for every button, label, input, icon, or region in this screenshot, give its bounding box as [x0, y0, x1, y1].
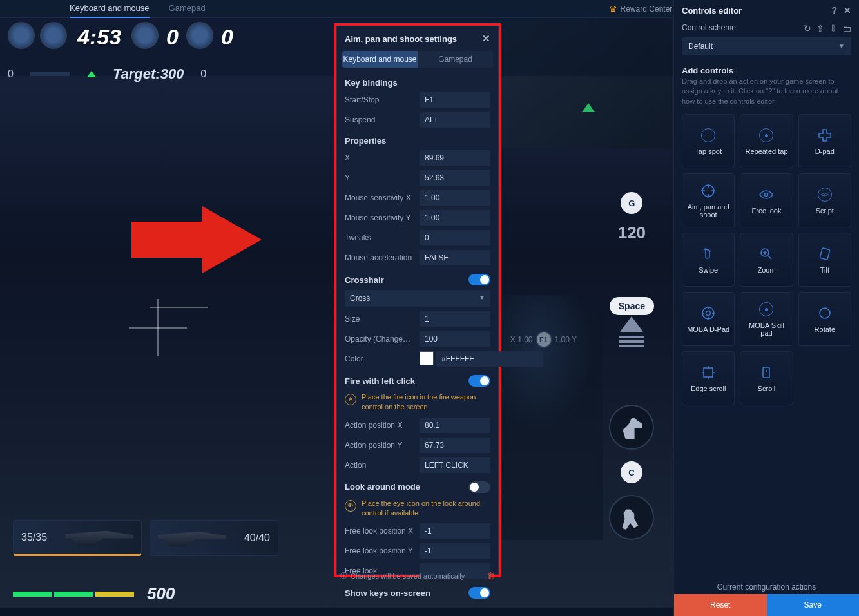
c-key-badge[interactable]: C	[621, 461, 642, 483]
settings-modal-highlight: Aim, pan and shoot settings ✕ Keyboard a…	[334, 23, 501, 577]
control-free-look[interactable]: Free look	[740, 173, 793, 227]
fire-toggle[interactable]	[468, 375, 490, 387]
crosshair-toggle[interactable]	[468, 274, 490, 285]
close-icon[interactable]: ✕	[844, 5, 851, 15]
opacity-label: Opacity (Changes ap…	[345, 334, 414, 343]
controls-editor-panel: Controls editor ? ✕ Control scheme ↻ ⇪ ⇩…	[673, 0, 859, 616]
editor-title: Controls editor	[682, 6, 742, 15]
jump-lines-icon	[619, 336, 644, 338]
mouse-accel-input[interactable]	[420, 250, 490, 265]
action-pos-x-label: Action position X	[345, 421, 414, 430]
avatar	[40, 22, 67, 49]
help-icon[interactable]: ?	[831, 5, 837, 15]
color-swatch[interactable]	[420, 351, 434, 365]
action-pos-y-label: Action position Y	[345, 441, 414, 450]
modal-tab-keyboard[interactable]: Keyboard and mouse	[342, 51, 418, 68]
reward-center-link[interactable]: ♛ Reward Center	[609, 4, 673, 14]
tweaks-input[interactable]	[420, 230, 490, 245]
control-dpad[interactable]: D-pad	[798, 114, 851, 168]
mouse-accel-label: Mouse acceleration	[345, 253, 414, 262]
target-label: Target:300	[113, 66, 184, 82]
control-repeated-tap[interactable]: Repeated tap	[740, 114, 793, 168]
hp-value: 500	[147, 584, 175, 604]
freelook-y-input[interactable]	[420, 543, 490, 559]
control-script[interactable]: </>Script	[798, 173, 851, 227]
control-moba-dpad[interactable]: MOBA D-Pad	[682, 292, 735, 346]
y-input[interactable]	[420, 170, 490, 186]
ammo-count: 120	[618, 223, 646, 243]
color-label: Color	[345, 354, 414, 363]
action-pos-y-input[interactable]	[420, 438, 490, 453]
g-key-badge[interactable]: G	[621, 192, 642, 214]
action-input[interactable]	[420, 457, 490, 473]
modal-footer: ⓘ Changes will be saved automatically 🗑	[336, 567, 499, 581]
opacity-input[interactable]	[420, 331, 490, 347]
titlebar-tab-gamepad[interactable]: Gamepad	[169, 0, 206, 18]
y-label: Y	[345, 173, 414, 182]
mouse-sens-x-input[interactable]	[420, 190, 490, 206]
hp-bar: 500	[13, 584, 175, 604]
script-icon: </>	[818, 188, 832, 202]
arrow-up-icon	[87, 71, 96, 77]
size-label: Size	[345, 314, 414, 323]
player-marker-icon	[582, 103, 595, 112]
jump-arrow-icon	[620, 316, 643, 332]
control-rotate[interactable]: Rotate	[798, 292, 851, 346]
showkeys-toggle[interactable]	[468, 587, 490, 599]
control-scheme-select[interactable]: Default	[682, 37, 851, 55]
hp-chunk	[95, 592, 134, 597]
look-toggle[interactable]	[468, 481, 490, 493]
svg-point-5	[706, 311, 711, 316]
score-right: 0	[221, 24, 233, 50]
refresh-icon[interactable]: ↻	[804, 23, 811, 34]
delete-icon[interactable]: 🗑	[487, 571, 495, 581]
mouse-sens-y-label: Mouse sensitivity Y	[345, 213, 414, 222]
save-button[interactable]: Save	[767, 594, 860, 616]
control-scroll[interactable]: Scroll	[740, 351, 793, 405]
color-input[interactable]	[436, 351, 543, 367]
hp-chunk	[54, 592, 93, 597]
mouse-icon: 🖱	[345, 394, 356, 405]
x-input[interactable]	[420, 150, 490, 166]
crosshair-overlay-icon	[129, 327, 187, 329]
control-zoom[interactable]: Zoom	[740, 233, 793, 287]
folder-icon[interactable]: 🗀	[842, 23, 851, 34]
size-input[interactable]	[420, 311, 490, 327]
look-tip: 👁 Place the eye icon on the look around …	[345, 497, 490, 519]
space-key-badge[interactable]: Space	[610, 297, 654, 315]
crosshair-shape-select[interactable]: Cross	[345, 290, 490, 307]
scroll-icon	[758, 364, 775, 381]
startstop-input[interactable]	[420, 92, 490, 108]
export-icon[interactable]: ⇪	[816, 23, 824, 34]
freelook-x-input[interactable]	[420, 523, 490, 539]
subscore-left: 0	[8, 68, 14, 80]
close-icon[interactable]: ✕	[482, 33, 490, 44]
mouse-sens-y-input[interactable]	[420, 210, 490, 226]
control-tilt[interactable]: Tilt	[798, 233, 851, 287]
mouse-sens-x-label: Mouse sensitivity X	[345, 193, 414, 202]
aim-pan-shoot-modal: Aim, pan and shoot settings ✕ Keyboard a…	[336, 26, 499, 575]
control-aim-pan-shoot[interactable]: Aim, pan and shoot	[682, 173, 735, 227]
section-crosshair: Crosshair	[345, 275, 384, 285]
shoot-button[interactable]	[609, 405, 654, 450]
control-moba-skill[interactable]: MOBA Skill pad	[740, 292, 793, 346]
modal-tab-gamepad[interactable]: Gamepad	[418, 51, 493, 68]
import-icon[interactable]: ⇩	[829, 23, 837, 34]
svg-rect-3	[820, 248, 830, 260]
control-edge-scroll[interactable]: Edge scroll	[682, 351, 735, 405]
crouch-button[interactable]	[609, 495, 654, 540]
svg-rect-7	[704, 368, 713, 377]
reset-button[interactable]: Reset	[674, 594, 767, 616]
control-tap-spot[interactable]: Tap spot	[682, 114, 735, 168]
section-showkeys: Show keys on-screen	[345, 588, 430, 598]
suspend-label: Suspend	[345, 115, 414, 124]
weapon-slot-2[interactable]: 40/40	[150, 520, 278, 556]
titlebar-tab-keyboard[interactable]: Keyboard and mouse	[70, 0, 150, 18]
control-swipe[interactable]: Swipe	[682, 233, 735, 287]
highlight-arrow-icon	[202, 206, 262, 273]
rotate-icon	[816, 305, 833, 322]
weapon-slot-1[interactable]: 35/35	[13, 520, 142, 556]
suspend-input[interactable]	[420, 112, 490, 128]
control-scheme-label: Control scheme	[682, 23, 736, 34]
action-pos-x-input[interactable]	[420, 418, 490, 433]
